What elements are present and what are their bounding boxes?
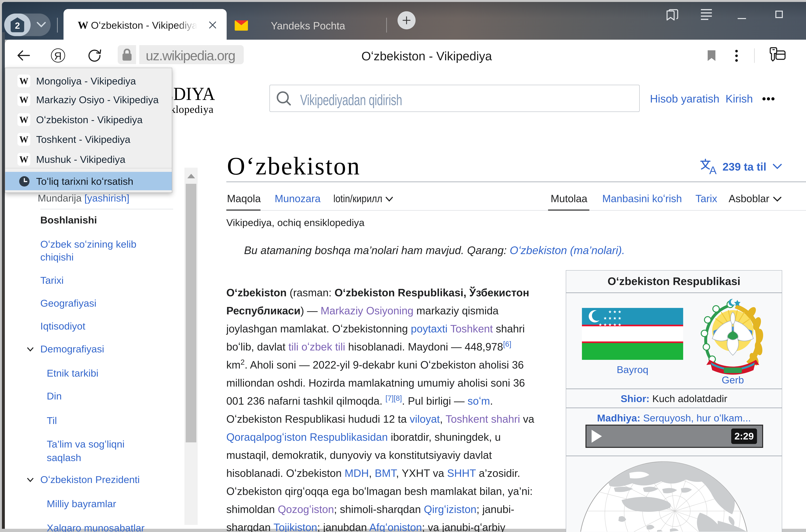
- svg-text:A: A: [709, 164, 717, 175]
- svg-text:2: 2: [15, 20, 20, 31]
